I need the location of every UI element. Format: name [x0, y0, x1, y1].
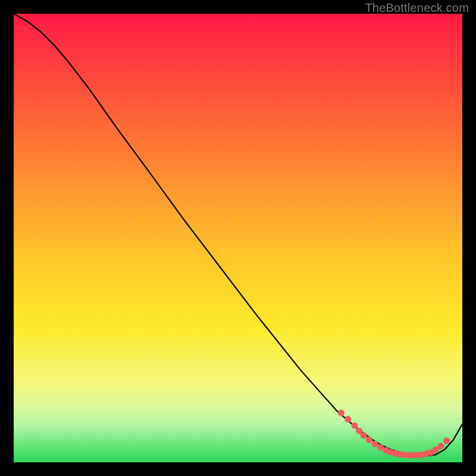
data-dot: [338, 410, 345, 416]
data-dot: [366, 437, 372, 443]
data-dot: [432, 446, 439, 453]
plot-area: [14, 14, 462, 462]
dots-layer: [14, 14, 462, 462]
dots-group: [338, 410, 450, 459]
data-dot: [345, 416, 351, 422]
data-dot: [437, 443, 444, 449]
data-dot: [443, 437, 450, 444]
data-dot: [361, 432, 367, 439]
chart-stage: TheBottleneck.com: [0, 0, 476, 476]
data-dot: [371, 441, 378, 447]
watermark-label: TheBottleneck.com: [365, 1, 469, 15]
data-dot: [352, 422, 358, 429]
